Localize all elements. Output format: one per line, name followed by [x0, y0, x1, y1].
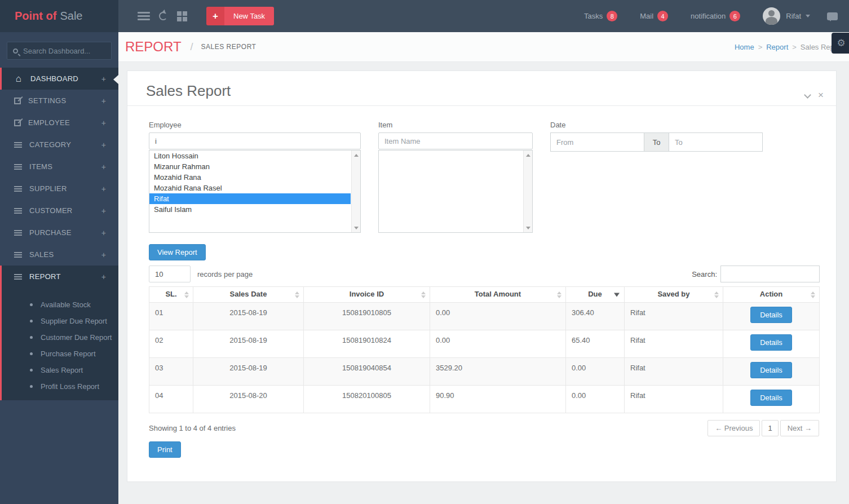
sidebar-subitem-customer-due-report[interactable]: Customer Due Report: [2, 329, 118, 346]
details-button[interactable]: Details: [750, 307, 792, 323]
column-header-total-amount[interactable]: Total Amount: [430, 287, 566, 303]
previous-page-button[interactable]: ← Previous: [708, 420, 760, 436]
list-icon: [14, 208, 22, 209]
sales-report-panel: Sales Report × Employee Liton Hossain Mi…: [127, 70, 837, 482]
sidebar-item-category[interactable]: CATEGORY +: [0, 134, 118, 156]
sidebar-subitem-purchase-report[interactable]: Purchase Report: [2, 346, 118, 362]
employee-option[interactable]: Saiful Islam: [149, 204, 351, 215]
cell-total-amount: 90.90: [430, 386, 566, 413]
list-icon: [14, 274, 22, 275]
employee-filter-input[interactable]: [149, 132, 361, 149]
table-footer: Showing 1 to 4 of 4 entries ← Previous 1…: [149, 420, 819, 436]
sidebar-item-dashboard[interactable]: ⌂ DASHBOARD +: [0, 68, 118, 90]
page-number-button[interactable]: 1: [762, 420, 778, 436]
panel-title: Sales Report: [146, 82, 231, 100]
subitem-label: Purchase Report: [41, 350, 96, 358]
records-per-page-input[interactable]: [149, 266, 191, 282]
view-report-button[interactable]: View Report: [149, 244, 206, 260]
date-to-input[interactable]: [669, 132, 763, 152]
subitem-label: Profit Loss Report: [41, 382, 99, 391]
cell-sales-date: 2015-08-19: [193, 330, 304, 358]
employee-option[interactable]: Mozahid Rana Rasel: [149, 183, 351, 193]
grid-view-button[interactable]: [173, 7, 192, 26]
panel-body: Employee Liton Hossain Mizanur Rahman Mo…: [127, 106, 836, 458]
sidebar-search[interactable]: [7, 42, 112, 60]
sidebar-subitem-available-stock[interactable]: Available Stock: [2, 297, 118, 313]
table-row: 03 2015-08-19 150819040854 3529.20 0.00 …: [149, 358, 820, 386]
sidebar-item-sales[interactable]: SALES +: [0, 244, 118, 266]
employee-filter: Employee Liton Hossain Mizanur Rahman Mo…: [149, 121, 361, 233]
column-header-sl[interactable]: SL.: [149, 287, 193, 303]
tasks-menu-item[interactable]: Tasks 8: [584, 11, 617, 21]
hamburger-icon: [138, 10, 150, 22]
sidebar-item-settings[interactable]: SETTINGS +: [0, 90, 118, 112]
scroll-down-icon[interactable]: [352, 223, 360, 232]
cell-due: 0.00: [566, 358, 625, 386]
sidebar-item-label: REPORT: [29, 272, 101, 281]
table-row: 01 2015-08-19 150819010805 0.00 306.40 R…: [149, 303, 820, 330]
column-header-sales-date[interactable]: Sales Date: [193, 287, 304, 303]
employee-option[interactable]: Liton Hossain: [149, 151, 351, 161]
mail-menu-item[interactable]: Mail 4: [640, 11, 668, 21]
plus-icon: +: [101, 96, 106, 105]
scrollbar[interactable]: [351, 151, 360, 232]
notification-menu-item[interactable]: notification 6: [691, 11, 740, 21]
refresh-button[interactable]: [153, 7, 173, 26]
bullet-icon: [30, 385, 33, 388]
plus-icon: +: [101, 140, 106, 149]
sidebar-item-employee[interactable]: EMPLOYEE +: [0, 112, 118, 134]
bullet-icon: [30, 336, 33, 339]
sidebar-subitem-profit-loss-report[interactable]: Profit Loss Report: [2, 378, 118, 395]
records-per-page-label: records per page: [197, 270, 253, 278]
next-page-button[interactable]: Next →: [780, 420, 819, 436]
details-button[interactable]: Details: [750, 362, 792, 378]
details-button[interactable]: Details: [750, 390, 792, 406]
scroll-up-icon[interactable]: [352, 151, 360, 160]
sidebar-subitem-sales-report[interactable]: Sales Report: [2, 362, 118, 378]
plus-icon: +: [101, 206, 106, 215]
report-filters: Employee Liton Hossain Mizanur Rahman Mo…: [149, 121, 820, 233]
scroll-up-icon[interactable]: [524, 151, 532, 160]
column-header-action[interactable]: Action: [723, 287, 820, 303]
date-from-input[interactable]: [550, 132, 644, 152]
plus-icon: +: [101, 118, 106, 127]
sidebar-item-customer[interactable]: CUSTOMER +: [0, 200, 118, 222]
employee-option[interactable]: Mozahid Rana: [149, 172, 351, 183]
subitem-label: Available Stock: [41, 300, 91, 309]
column-header-invoice-id[interactable]: Invoice ID: [304, 287, 430, 303]
chat-icon[interactable]: [827, 12, 838, 20]
column-header-saved-by[interactable]: Saved by: [625, 287, 723, 303]
table-row: 02 2015-08-19 150819010824 0.00 65.40 Ri…: [149, 330, 820, 358]
employee-option[interactable]: Mizanur Rahman: [149, 161, 351, 172]
details-button[interactable]: Details: [750, 334, 792, 351]
sidebar-search-input[interactable]: [23, 47, 105, 55]
cell-sl: 01: [149, 303, 193, 330]
bullet-icon: [30, 369, 33, 372]
item-name-input[interactable]: [378, 132, 533, 149]
user-name: Rifat: [786, 12, 801, 20]
new-task-button[interactable]: + New Task: [206, 7, 274, 25]
sidebar-item-supplier[interactable]: SUPPLIER +: [0, 178, 118, 200]
column-header-due[interactable]: Due: [566, 287, 625, 303]
collapse-chevron-icon[interactable]: [804, 91, 811, 99]
sidebar-item-purchase[interactable]: PURCHASE +: [0, 222, 118, 244]
settings-gear-button[interactable]: ⚙: [832, 33, 849, 54]
user-menu[interactable]: Rifat: [763, 7, 810, 25]
employee-listbox: Liton Hossain Mizanur Rahman Mozahid Ran…: [149, 150, 361, 233]
sidebar-item-label: SUPPLIER: [29, 184, 101, 193]
mail-badge: 4: [657, 11, 668, 21]
sidebar-subitem-supplier-due-report[interactable]: Supplier Due Report: [2, 313, 118, 329]
print-button[interactable]: Print: [149, 441, 181, 458]
table-search-input[interactable]: [720, 266, 820, 282]
sidebar-toggle-button[interactable]: [134, 7, 153, 26]
close-icon[interactable]: ×: [818, 90, 824, 100]
employee-option-selected[interactable]: Rifat: [149, 193, 351, 204]
scroll-down-icon[interactable]: [524, 223, 532, 232]
sidebar-item-items[interactable]: ITEMS +: [0, 156, 118, 178]
breadcrumb-report-link[interactable]: Report: [766, 43, 788, 51]
scrollbar[interactable]: [523, 151, 532, 232]
breadcrumb-home-link[interactable]: Home: [735, 43, 754, 51]
cell-sl: 02: [149, 330, 193, 358]
page-subtitle: SALES REPORT: [201, 43, 257, 51]
sidebar-item-report[interactable]: REPORT +: [2, 266, 118, 288]
